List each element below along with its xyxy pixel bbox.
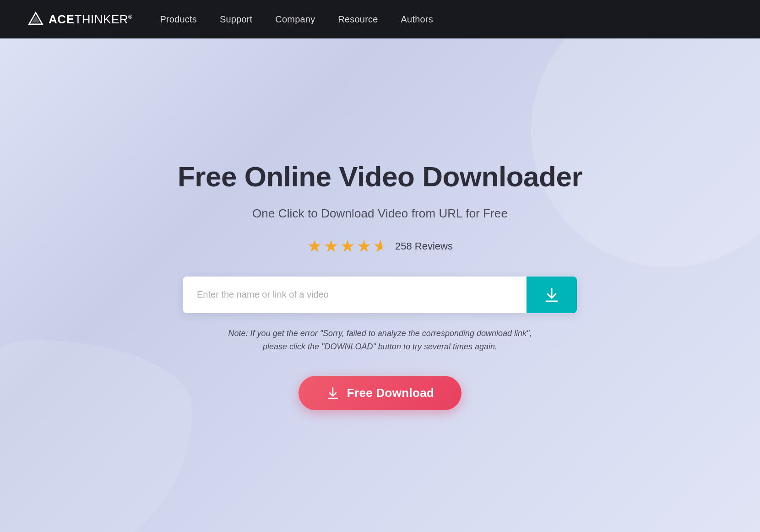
hero-content: Free Online Video Downloader One Click t… (174, 160, 586, 411)
logo-text: ACETHINKER® (49, 12, 132, 27)
search-download-button[interactable] (527, 277, 577, 313)
hero-subtitle: One Click to Download Video from URL for… (252, 206, 508, 221)
nav-item-products[interactable]: Products (160, 14, 197, 25)
search-input[interactable] (183, 277, 527, 313)
star-2: ★ (324, 237, 338, 256)
download-icon (543, 286, 561, 304)
free-download-label: Free Download (347, 386, 434, 400)
hero-section: Free Online Video Downloader One Click t… (0, 38, 760, 532)
star-3: ★ (340, 237, 355, 256)
nav-item-company[interactable]: Company (275, 14, 315, 25)
note-text: Note: If you get the error "Sorry, faile… (224, 327, 536, 353)
rating-row: ★ ★ ★ ★ ★★ 258 Reviews (307, 237, 453, 256)
reviews-text: 258 Reviews (395, 240, 453, 252)
search-bar-container (183, 277, 577, 313)
logo-icon (27, 11, 44, 27)
btn-download-icon (326, 386, 340, 400)
nav-item-resource[interactable]: Resource (338, 14, 378, 25)
stars: ★ ★ ★ ★ ★★ (307, 237, 388, 256)
logo[interactable]: ACETHINKER® (27, 11, 132, 27)
free-download-button[interactable]: Free Download (299, 376, 461, 410)
star-5-half: ★★ (373, 237, 388, 256)
navbar: ACETHINKER® Products Support Company Res… (0, 0, 760, 38)
nav-item-authors[interactable]: Authors (401, 14, 433, 25)
nav-links: Products Support Company Resource Author… (160, 14, 433, 25)
star-1: ★ (307, 237, 322, 256)
nav-item-support[interactable]: Support (220, 14, 252, 25)
hero-title: Free Online Video Downloader (178, 160, 582, 193)
star-4: ★ (357, 237, 371, 256)
